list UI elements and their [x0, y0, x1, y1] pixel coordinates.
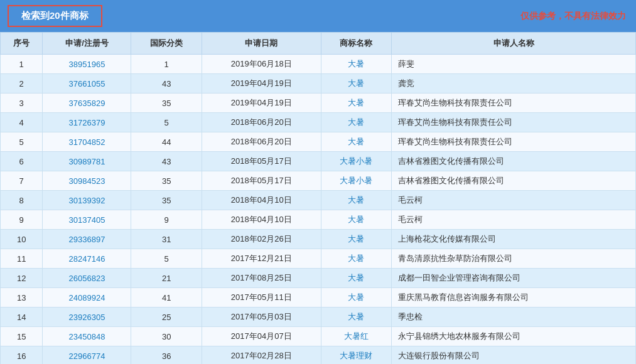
cell-appdate: 2017年12月21日 — [202, 249, 321, 269]
cell-applicant: 大连银行股份有限公司 — [392, 346, 636, 365]
cell-trademark: 大暑 — [321, 94, 391, 113]
cell-regno: 26056823 — [43, 269, 131, 288]
regno-link[interactable]: 37635829 — [69, 99, 105, 108]
cell-trademark: 大暑 — [321, 191, 391, 210]
cell-applicant: 薛斐 — [392, 55, 636, 74]
col-trademark: 商标名称 — [321, 33, 391, 55]
cell-appdate: 2018年06月20日 — [202, 113, 321, 132]
cell-trademark: 大暑 — [321, 210, 391, 230]
cell-seq: 15 — [1, 327, 43, 346]
cell-intlclass: 36 — [131, 346, 202, 365]
cell-appdate: 2017年02月28日 — [202, 346, 321, 365]
trademark-link[interactable]: 大暑 — [348, 312, 364, 321]
cell-seq: 3 — [1, 94, 43, 113]
regno-link[interactable]: 38951965 — [69, 60, 105, 69]
col-seq: 序号 — [1, 33, 43, 55]
trademark-link[interactable]: 大暑 — [348, 195, 364, 205]
cell-applicant: 上海枪花文化传媒有限公司 — [392, 230, 636, 249]
regno-link[interactable]: 37661055 — [69, 79, 105, 88]
table-row: 630989781432018年05月17日大暑小暑吉林省雅图文化传播有限公司 — [1, 152, 636, 171]
cell-intlclass: 25 — [131, 308, 202, 327]
regno-link[interactable]: 28247146 — [69, 254, 105, 264]
trademark-link[interactable]: 大暑红 — [344, 331, 369, 341]
trademark-link[interactable]: 大暑理财 — [340, 351, 372, 360]
table-row: 112824714652017年12月21日大暑青岛清原抗性杂草防治有限公司 — [1, 249, 636, 269]
regno-link[interactable]: 24089924 — [69, 293, 105, 302]
cell-intlclass: 35 — [131, 94, 202, 113]
cell-regno: 30137405 — [43, 210, 131, 230]
cell-regno: 31726379 — [43, 113, 131, 132]
cell-seq: 8 — [1, 191, 43, 210]
trademark-link[interactable]: 大暑 — [348, 137, 364, 146]
regno-link[interactable]: 26056823 — [69, 274, 105, 283]
cell-intlclass: 44 — [131, 132, 202, 152]
cell-trademark: 大暑红 — [321, 327, 391, 346]
cell-appdate: 2017年08月25日 — [202, 269, 321, 288]
cell-applicant: 重庆黑马教育信息咨询服务有限公司 — [392, 288, 636, 308]
cell-applicant: 季忠检 — [392, 308, 636, 327]
trademark-link[interactable]: 大暑小暑 — [340, 156, 372, 166]
top-bar: 检索到20件商标 仅供参考，不具有法律效力 — [0, 0, 636, 32]
regno-link[interactable]: 30139392 — [69, 196, 105, 205]
cell-regno: 29336897 — [43, 230, 131, 249]
cell-regno: 23450848 — [43, 327, 131, 346]
cell-applicant: 珲春艾尚生物科技有限责任公司 — [392, 94, 636, 113]
search-result-box: 检索到20件商标 — [8, 5, 102, 27]
trademark-link[interactable]: 大暑 — [348, 59, 364, 68]
cell-intlclass: 30 — [131, 327, 202, 346]
cell-appdate: 2019年04月19日 — [202, 94, 321, 113]
cell-trademark: 大暑 — [321, 113, 391, 132]
trademark-link[interactable]: 大暑 — [348, 117, 364, 127]
trademark-link[interactable]: 大暑 — [348, 254, 364, 263]
cell-seq: 1 — [1, 55, 43, 74]
cell-seq: 2 — [1, 74, 43, 94]
table-row: 93013740592018年04月10日大暑毛云柯 — [1, 210, 636, 230]
table-row: 730984523352018年05月17日大暑小暑吉林省雅图文化传播有限公司 — [1, 171, 636, 191]
cell-applicant: 吉林省雅图文化传播有限公司 — [392, 171, 636, 191]
trademark-link[interactable]: 大暑 — [348, 78, 364, 88]
regno-link[interactable]: 31726379 — [69, 118, 105, 127]
cell-trademark: 大暑 — [321, 132, 391, 152]
trademark-table: 序号 申请/注册号 国际分类 申请日期 商标名称 申请人名称 138951965… — [0, 32, 636, 364]
cell-applicant: 吉林省雅图文化传播有限公司 — [392, 152, 636, 171]
cell-regno: 37635829 — [43, 94, 131, 113]
cell-intlclass: 31 — [131, 230, 202, 249]
trademark-link[interactable]: 大暑 — [348, 273, 364, 282]
cell-intlclass: 43 — [131, 152, 202, 171]
cell-seq: 13 — [1, 288, 43, 308]
cell-trademark: 大暑 — [321, 308, 391, 327]
trademark-link[interactable]: 大暑 — [348, 292, 364, 302]
trademark-link[interactable]: 大暑 — [348, 215, 364, 224]
cell-seq: 6 — [1, 152, 43, 171]
regno-link[interactable]: 30137405 — [69, 215, 105, 225]
cell-appdate: 2017年05月11日 — [202, 288, 321, 308]
cell-regno: 22966774 — [43, 346, 131, 365]
cell-regno: 28247146 — [43, 249, 131, 269]
cell-intlclass: 9 — [131, 210, 202, 230]
regno-link[interactable]: 30984523 — [69, 176, 105, 186]
regno-link[interactable]: 23450848 — [69, 332, 105, 341]
cell-seq: 11 — [1, 249, 43, 269]
cell-applicant: 毛云柯 — [392, 210, 636, 230]
cell-applicant: 珲春艾尚生物科技有限责任公司 — [392, 132, 636, 152]
regno-link[interactable]: 30989781 — [69, 157, 105, 166]
cell-appdate: 2018年02月26日 — [202, 230, 321, 249]
trademark-link[interactable]: 大暑 — [348, 98, 364, 107]
cell-trademark: 大暑 — [321, 230, 391, 249]
regno-link[interactable]: 29336897 — [69, 235, 105, 244]
regno-link[interactable]: 22966774 — [69, 351, 105, 361]
regno-link[interactable]: 23926305 — [69, 313, 105, 322]
cell-appdate: 2018年05月17日 — [202, 152, 321, 171]
cell-applicant: 成都一田智企业管理咨询有限公司 — [392, 269, 636, 288]
trademark-link[interactable]: 大暑 — [348, 234, 364, 244]
table-row: 531704852442018年06月20日大暑珲春艾尚生物科技有限责任公司 — [1, 132, 636, 152]
cell-trademark: 大暑小暑 — [321, 171, 391, 191]
cell-regno: 30984523 — [43, 171, 131, 191]
col-applicant: 申请人名称 — [392, 33, 636, 55]
cell-appdate: 2017年05月03日 — [202, 308, 321, 327]
trademark-link[interactable]: 大暑小暑 — [340, 176, 372, 185]
col-regno: 申请/注册号 — [43, 33, 131, 55]
cell-appdate: 2018年06月20日 — [202, 132, 321, 152]
regno-link[interactable]: 31704852 — [69, 137, 105, 147]
cell-seq: 7 — [1, 171, 43, 191]
